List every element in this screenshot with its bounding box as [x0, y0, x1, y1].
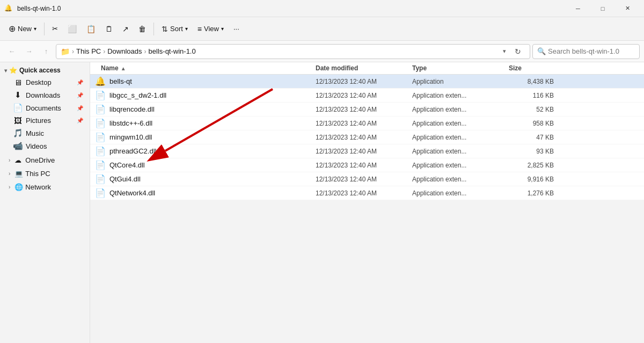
sidebar-item-network[interactable]: › 🌐 Network [2, 181, 87, 193]
col-type-header[interactable]: Type [412, 64, 509, 72]
search-input[interactable] [548, 47, 638, 55]
table-row[interactable]: 📄 libqrencode.dll 12/13/2023 12:40 AM Ap… [90, 103, 644, 116]
refresh-button[interactable]: ↻ [510, 44, 525, 59]
quick-access-header[interactable]: ▾ ⭐ Quick access [0, 64, 90, 76]
pictures-icon: 🖼 [13, 116, 23, 125]
desktop-pin-icon: 📌 [77, 79, 83, 85]
address-path[interactable]: 📁 › This PC › Downloads › bells-qt-win-1… [56, 44, 530, 59]
up-button[interactable]: ↑ [39, 44, 54, 59]
file-name: libqrencode.dll [109, 105, 155, 113]
paste-icon: 📋 [86, 25, 96, 33]
documents-pin-icon: 📌 [77, 105, 83, 111]
window-controls: ─ □ ✕ [566, 0, 640, 17]
file-name: mingwm10.dll [109, 133, 152, 141]
path-sep-2: › [103, 48, 105, 55]
file-date: 12/13/2023 12:40 AM [316, 162, 412, 169]
file-name-cell: 📄 mingwm10.dll [90, 132, 316, 142]
col-date-label: Date modified [316, 64, 358, 72]
file-date: 12/13/2023 12:40 AM [316, 106, 412, 113]
file-type: Application exten... [412, 148, 509, 155]
path-current[interactable]: bells-qt-win-1.0 [149, 47, 196, 55]
file-name: bells-qt [109, 77, 132, 85]
file-size: 1,276 KB [509, 189, 562, 197]
table-row[interactable]: 📄 mingwm10.dll 12/13/2023 12:40 AM Appli… [90, 130, 644, 144]
file-type: Application exten... [412, 189, 509, 197]
sidebar-section-network: › 🌐 Network [0, 181, 90, 193]
file-type: Application exten... [412, 92, 509, 99]
path-folder-icon: 📁 [61, 47, 70, 56]
desktop-icon: 🖥 [13, 78, 23, 87]
paste-button[interactable]: 📋 [82, 22, 100, 36]
network-icon: 🌐 [14, 183, 22, 191]
table-row[interactable]: 🔔 bells-qt 12/13/2023 12:40 AM Applicati… [90, 75, 644, 89]
col-size-label: Size [509, 64, 522, 72]
toolbar: ⊕ New ▾ ✂ ⬜ 📋 🗒 ↗ 🗑 ⇅ Sort ▾ ≡ View ▾ ··… [0, 17, 644, 41]
forward-button[interactable]: → [21, 44, 36, 59]
share-icon: ↗ [122, 25, 129, 33]
table-row[interactable]: 📄 QtGui4.dll 12/13/2023 12:40 AM Applica… [90, 172, 644, 186]
sidebar-item-music[interactable]: 🎵 Music [2, 127, 87, 140]
back-button[interactable]: ← [4, 44, 19, 59]
copy-button[interactable]: ⬜ [63, 22, 81, 36]
main-content: ▾ ⭐ Quick access 🖥 Desktop 📌 ⬇ Downloads… [0, 62, 644, 343]
share-button[interactable]: ↗ [118, 22, 133, 36]
file-name-cell: 📄 libqrencode.dll [90, 104, 316, 114]
path-downloads[interactable]: Downloads [107, 47, 142, 55]
file-type: Application exten... [412, 120, 509, 127]
table-row[interactable]: 📄 QtNetwork4.dll 12/13/2023 12:40 AM App… [90, 186, 644, 200]
cut-button[interactable]: ✂ [48, 22, 62, 35]
maximize-button[interactable]: □ [590, 0, 615, 17]
more-button[interactable]: ··· [229, 22, 244, 35]
sidebar-item-desktop[interactable]: 🖥 Desktop 📌 [2, 76, 87, 89]
file-type: Application [412, 78, 509, 85]
file-name-cell: 📄 QtGui4.dll [90, 174, 316, 184]
table-row[interactable]: 📄 pthreadGC2.dll 12/13/2023 12:40 AM App… [90, 144, 644, 158]
file-date: 12/13/2023 12:40 AM [316, 92, 412, 99]
col-type-label: Type [412, 64, 427, 72]
path-this-pc[interactable]: This PC [76, 47, 101, 55]
delete-icon: 🗑 [138, 25, 146, 33]
sidebar-item-this-pc[interactable]: › 💻 This PC [2, 168, 87, 179]
delete-button[interactable]: 🗑 [134, 22, 150, 36]
table-row[interactable]: 📄 libstdc++-6.dll 12/13/2023 12:40 AM Ap… [90, 116, 644, 130]
sidebar-item-documents[interactable]: 📄 Documents 📌 [2, 101, 87, 114]
sidebar-item-onedrive[interactable]: › ☁ OneDrive [2, 155, 87, 166]
close-button[interactable]: ✕ [615, 0, 640, 17]
downloads-icon: ⬇ [13, 90, 23, 100]
sidebar-item-videos[interactable]: 📹 Videos [2, 140, 87, 152]
documents-label: Documents [26, 104, 74, 112]
file-size: 958 KB [509, 120, 562, 127]
file-size: 47 KB [509, 134, 562, 141]
window-title: bells-qt-win-1.0 [17, 5, 566, 12]
table-row[interactable]: 📄 libgcc_s_dw2-1.dll 12/13/2023 12:40 AM… [90, 89, 644, 103]
sidebar-item-downloads[interactable]: ⬇ Downloads 📌 [2, 89, 87, 101]
table-row[interactable]: 📄 QtCore4.dll 12/13/2023 12:40 AM Applic… [90, 158, 644, 172]
documents-icon: 📄 [13, 103, 23, 113]
search-box[interactable]: 🔍 [532, 44, 640, 59]
col-name-header[interactable]: Name ▲ [90, 64, 316, 72]
sidebar-item-pictures[interactable]: 🖼 Pictures 📌 [2, 114, 87, 127]
pictures-pin-icon: 📌 [77, 118, 83, 123]
new-button[interactable]: ⊕ New ▾ [4, 21, 41, 37]
col-size-header[interactable]: Size [509, 64, 562, 72]
onedrive-label: OneDrive [25, 156, 55, 164]
view-button[interactable]: ≡ View ▾ [193, 22, 228, 36]
file-size: 8,438 KB [509, 78, 562, 85]
videos-label: Videos [26, 142, 83, 150]
minimize-button[interactable]: ─ [566, 0, 590, 17]
separator-2 [153, 23, 154, 35]
sort-icon: ⇅ [162, 25, 168, 33]
col-date-header[interactable]: Date modified [316, 64, 412, 72]
filelist: Name ▲ Date modified Type Size 🔔 bells-q… [90, 62, 644, 200]
path-dropdown-icon[interactable]: ▾ [501, 47, 508, 56]
new-label: New [18, 25, 32, 33]
path-sep-1: › [72, 48, 74, 55]
rename-button[interactable]: 🗒 [101, 22, 117, 36]
view-chevron-icon: ▾ [221, 26, 224, 32]
downloads-label: Downloads [26, 91, 74, 99]
separator-1 [44, 23, 45, 35]
file-name: pthreadGC2.dll [109, 147, 156, 155]
sort-arrow-icon: ▲ [121, 65, 126, 71]
sort-button[interactable]: ⇅ Sort ▾ [157, 22, 192, 36]
file-size: 93 KB [509, 148, 562, 155]
